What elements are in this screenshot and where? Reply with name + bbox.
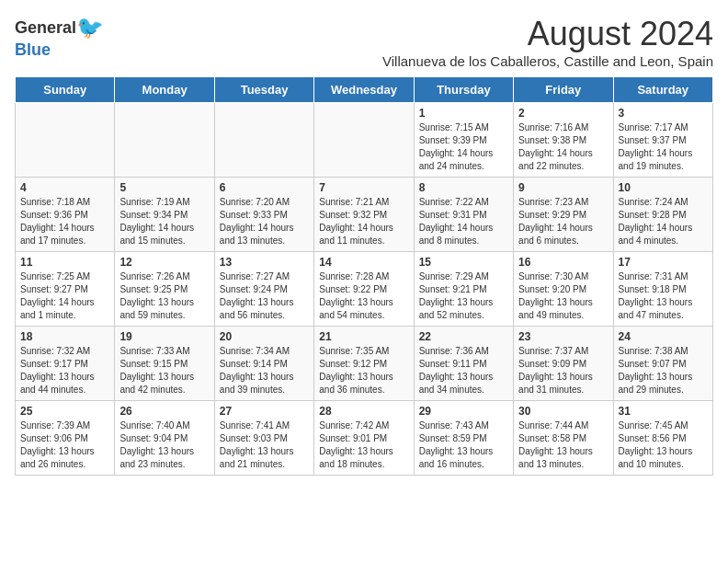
day-number: 6 [220,181,309,194]
logo-general: General [15,18,76,38]
day-number: 12 [119,256,209,269]
calendar-header: SundayMondayTuesdayWednesdayThursdayFrid… [16,77,713,103]
day-content: Sunrise: 7:27 AM Sunset: 9:24 PM Dayligh… [220,270,309,322]
day-number: 20 [220,330,309,343]
week-row-2: 4Sunrise: 7:18 AM Sunset: 9:36 PM Daylig… [16,178,713,252]
day-cell-16: 16Sunrise: 7:30 AM Sunset: 9:20 PM Dayli… [514,252,613,327]
day-number: 27 [220,405,309,418]
day-content: Sunrise: 7:39 AM Sunset: 9:06 PM Dayligh… [20,419,109,471]
day-cell-6: 6Sunrise: 7:20 AM Sunset: 9:33 PM Daylig… [214,178,313,252]
day-content: Sunrise: 7:18 AM Sunset: 9:36 PM Dayligh… [20,196,109,247]
day-number: 24 [619,330,708,343]
day-cell-5: 5Sunrise: 7:19 AM Sunset: 9:34 PM Daylig… [115,178,214,252]
day-cell-26: 26Sunrise: 7:40 AM Sunset: 9:04 PM Dayli… [115,401,214,476]
day-cell-27: 27Sunrise: 7:41 AM Sunset: 9:03 PM Dayli… [214,401,313,476]
day-cell-20: 20Sunrise: 7:34 AM Sunset: 9:14 PM Dayli… [214,327,313,401]
week-row-3: 11Sunrise: 7:25 AM Sunset: 9:27 PM Dayli… [16,252,713,327]
day-content: Sunrise: 7:34 AM Sunset: 9:14 PM Dayligh… [220,345,309,396]
day-content: Sunrise: 7:17 AM Sunset: 9:37 PM Dayligh… [619,121,708,173]
day-number: 8 [419,181,508,194]
week-row-5: 25Sunrise: 7:39 AM Sunset: 9:06 PM Dayli… [16,401,713,476]
day-cell-14: 14Sunrise: 7:28 AM Sunset: 9:22 PM Dayli… [314,252,414,327]
day-cell-10: 10Sunrise: 7:24 AM Sunset: 9:28 PM Dayli… [613,178,712,252]
day-cell-12: 12Sunrise: 7:26 AM Sunset: 9:25 PM Dayli… [115,252,214,327]
title-area: August 2024 Villanueva de los Caballeros… [382,15,713,69]
day-number: 23 [518,330,608,343]
day-number: 21 [319,330,408,343]
day-cell-7: 7Sunrise: 7:21 AM Sunset: 9:32 PM Daylig… [314,178,414,252]
day-cell-3: 3Sunrise: 7:17 AM Sunset: 9:37 PM Daylig… [613,103,712,178]
empty-cell [16,103,115,178]
day-content: Sunrise: 7:31 AM Sunset: 9:18 PM Dayligh… [619,270,708,322]
column-header-thursday: Thursday [414,77,513,103]
day-cell-13: 13Sunrise: 7:27 AM Sunset: 9:24 PM Dayli… [214,252,313,327]
day-cell-11: 11Sunrise: 7:25 AM Sunset: 9:27 PM Dayli… [16,252,115,327]
day-content: Sunrise: 7:36 AM Sunset: 9:11 PM Dayligh… [419,345,508,396]
week-row-1: 1Sunrise: 7:15 AM Sunset: 9:39 PM Daylig… [16,103,713,178]
day-number: 25 [20,405,109,418]
day-number: 13 [220,256,309,269]
column-header-wednesday: Wednesday [314,77,414,103]
day-cell-19: 19Sunrise: 7:33 AM Sunset: 9:15 PM Dayli… [115,327,214,401]
day-content: Sunrise: 7:22 AM Sunset: 9:31 PM Dayligh… [419,196,508,247]
empty-cell [115,103,214,178]
day-content: Sunrise: 7:35 AM Sunset: 9:12 PM Dayligh… [319,345,408,396]
day-content: Sunrise: 7:33 AM Sunset: 9:15 PM Dayligh… [119,345,209,396]
day-cell-22: 22Sunrise: 7:36 AM Sunset: 9:11 PM Dayli… [414,327,513,401]
day-content: Sunrise: 7:37 AM Sunset: 9:09 PM Dayligh… [518,345,608,396]
day-content: Sunrise: 7:44 AM Sunset: 8:58 PM Dayligh… [518,419,608,471]
day-cell-25: 25Sunrise: 7:39 AM Sunset: 9:06 PM Dayli… [16,401,115,476]
day-content: Sunrise: 7:29 AM Sunset: 9:21 PM Dayligh… [419,270,508,322]
day-number: 28 [319,405,408,418]
column-header-tuesday: Tuesday [214,77,313,103]
day-number: 1 [419,107,508,120]
empty-cell [214,103,313,178]
day-cell-2: 2Sunrise: 7:16 AM Sunset: 9:38 PM Daylig… [514,103,613,178]
day-content: Sunrise: 7:32 AM Sunset: 9:17 PM Dayligh… [20,345,109,396]
day-content: Sunrise: 7:43 AM Sunset: 8:59 PM Dayligh… [419,419,508,471]
day-number: 22 [419,330,508,343]
main-title: August 2024 [382,15,713,53]
day-content: Sunrise: 7:23 AM Sunset: 9:29 PM Dayligh… [518,196,608,247]
calendar-table: SundayMondayTuesdayWednesdayThursdayFrid… [15,76,713,476]
day-cell-28: 28Sunrise: 7:42 AM Sunset: 9:01 PM Dayli… [314,401,414,476]
header-row: SundayMondayTuesdayWednesdayThursdayFrid… [16,77,713,103]
day-number: 19 [119,330,209,343]
day-content: Sunrise: 7:45 AM Sunset: 8:56 PM Dayligh… [619,419,708,471]
day-number: 11 [20,256,109,269]
day-number: 5 [119,181,209,194]
day-cell-18: 18Sunrise: 7:32 AM Sunset: 9:17 PM Dayli… [16,327,115,401]
day-content: Sunrise: 7:25 AM Sunset: 9:27 PM Dayligh… [20,270,109,322]
day-number: 3 [619,107,708,120]
day-cell-15: 15Sunrise: 7:29 AM Sunset: 9:21 PM Dayli… [414,252,513,327]
logo-bird-icon: 🐦 [76,15,104,40]
day-content: Sunrise: 7:24 AM Sunset: 9:28 PM Dayligh… [619,196,708,247]
day-cell-8: 8Sunrise: 7:22 AM Sunset: 9:31 PM Daylig… [414,178,513,252]
logo: General 🐦 Blue [15,15,104,60]
day-number: 4 [20,181,109,194]
day-number: 30 [518,405,608,418]
day-number: 9 [518,181,608,194]
day-number: 16 [518,256,608,269]
week-row-4: 18Sunrise: 7:32 AM Sunset: 9:17 PM Dayli… [16,327,713,401]
day-content: Sunrise: 7:15 AM Sunset: 9:39 PM Dayligh… [419,121,508,173]
day-cell-24: 24Sunrise: 7:38 AM Sunset: 9:07 PM Dayli… [613,327,712,401]
header: General 🐦 Blue August 2024 Villanueva de… [15,15,713,69]
day-content: Sunrise: 7:26 AM Sunset: 9:25 PM Dayligh… [119,270,209,322]
day-content: Sunrise: 7:16 AM Sunset: 9:38 PM Dayligh… [518,121,608,173]
day-cell-17: 17Sunrise: 7:31 AM Sunset: 9:18 PM Dayli… [613,252,712,327]
day-cell-21: 21Sunrise: 7:35 AM Sunset: 9:12 PM Dayli… [314,327,414,401]
day-cell-29: 29Sunrise: 7:43 AM Sunset: 8:59 PM Dayli… [414,401,513,476]
day-cell-9: 9Sunrise: 7:23 AM Sunset: 9:29 PM Daylig… [514,178,613,252]
day-content: Sunrise: 7:19 AM Sunset: 9:34 PM Dayligh… [119,196,209,247]
subtitle: Villanueva de los Caballeros, Castille a… [382,53,713,69]
day-number: 17 [619,256,708,269]
day-content: Sunrise: 7:30 AM Sunset: 9:20 PM Dayligh… [518,270,608,322]
day-number: 18 [20,330,109,343]
day-cell-30: 30Sunrise: 7:44 AM Sunset: 8:58 PM Dayli… [514,401,613,476]
day-cell-31: 31Sunrise: 7:45 AM Sunset: 8:56 PM Dayli… [613,401,712,476]
empty-cell [314,103,414,178]
day-number: 26 [119,405,209,418]
day-cell-1: 1Sunrise: 7:15 AM Sunset: 9:39 PM Daylig… [414,103,513,178]
day-number: 7 [319,181,408,194]
